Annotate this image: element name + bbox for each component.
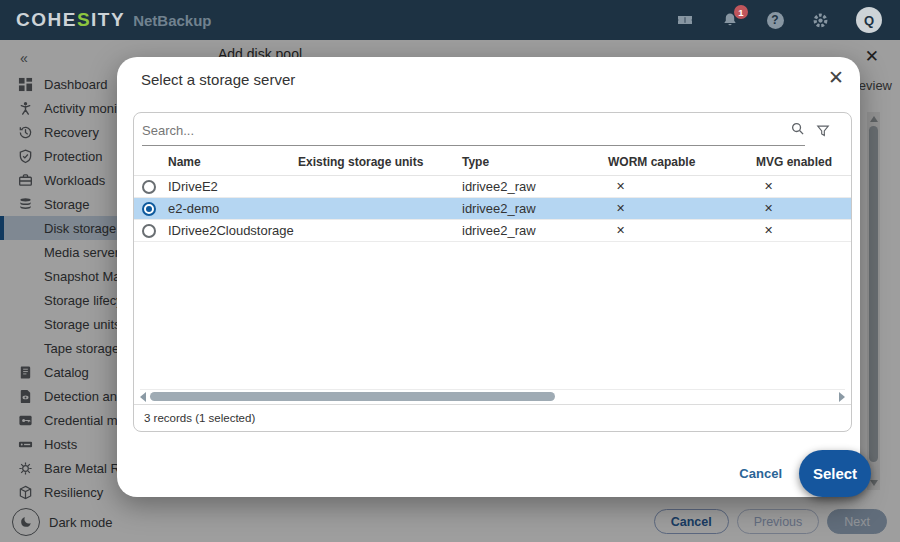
dialog-cancel-button[interactable]: Cancel	[724, 460, 797, 487]
license-icon[interactable]	[676, 11, 694, 29]
column-header-type: Type	[458, 155, 608, 169]
radio-button[interactable]	[142, 224, 156, 238]
cell-name: e2-demo	[168, 201, 298, 216]
cell-name: IDrivee2Cloudstorage	[168, 223, 298, 238]
horizontal-scrollbar[interactable]	[140, 389, 845, 403]
column-header-mvg-enabled: MVG enabled	[756, 155, 851, 169]
column-header-name: Name	[168, 155, 298, 169]
brand-logo: COHESITY NetBackup	[16, 9, 212, 31]
notifications-bell-icon[interactable]: 1	[721, 11, 739, 29]
column-header-existing-storage-units: Existing storage units	[298, 155, 458, 169]
dialog-close-icon[interactable]: ✕	[828, 68, 844, 87]
cell-name: IDriveE2	[168, 179, 298, 194]
records-summary: 3 records (1 selected)	[134, 404, 851, 431]
select-storage-server-dialog: Select a storage server ✕ Name Existing …	[117, 57, 860, 497]
radio-button[interactable]	[142, 180, 156, 194]
cell-mvg-enabled: ✕	[756, 202, 851, 215]
cohesity-logo: COHESITY	[16, 9, 125, 31]
horizontal-scrollbar-thumb[interactable]	[150, 392, 555, 401]
scroll-right-icon[interactable]	[839, 392, 845, 402]
cell-mvg-enabled: ✕	[756, 180, 851, 193]
help-icon[interactable]: ?	[766, 11, 784, 29]
storage-server-table-card: Name Existing storage units Type WORM ca…	[133, 112, 852, 432]
topbar-icons: 1 ? Q	[676, 7, 882, 33]
notification-badge: 1	[734, 5, 748, 19]
dialog-footer: Cancel Select	[724, 450, 871, 497]
app-window: COHESITY NetBackup 1 ? Q « Dashboard	[0, 0, 900, 542]
top-bar: COHESITY NetBackup 1 ? Q	[0, 0, 900, 40]
dialog-select-button[interactable]: Select	[799, 450, 871, 497]
filter-icon[interactable]	[805, 124, 841, 138]
table-row[interactable]: e2-demo idrivee2_raw ✕ ✕	[134, 198, 851, 220]
cell-type: idrivee2_raw	[458, 223, 608, 238]
user-avatar[interactable]: Q	[856, 7, 882, 33]
cell-worm-capable: ✕	[608, 202, 756, 215]
search-icon[interactable]	[790, 121, 805, 140]
cell-type: idrivee2_raw	[458, 201, 608, 216]
dialog-title: Select a storage server	[141, 71, 295, 88]
search-field	[142, 116, 805, 146]
cell-type: idrivee2_raw	[458, 179, 608, 194]
radio-button[interactable]	[142, 202, 156, 216]
table-row[interactable]: IDrivee2Cloudstorage idrivee2_raw ✕ ✕	[134, 220, 851, 242]
cell-worm-capable: ✕	[608, 224, 756, 237]
table-header-row: Name Existing storage units Type WORM ca…	[134, 149, 851, 176]
settings-gear-icon[interactable]	[811, 11, 829, 29]
cell-mvg-enabled: ✕	[756, 224, 851, 237]
scroll-left-icon[interactable]	[140, 392, 146, 402]
search-input[interactable]	[142, 123, 790, 138]
search-row	[134, 113, 851, 149]
product-name: NetBackup	[133, 12, 211, 29]
cell-worm-capable: ✕	[608, 180, 756, 193]
column-header-worm-capable: WORM capable	[608, 155, 756, 169]
table-row[interactable]: IDriveE2 idrivee2_raw ✕ ✕	[134, 176, 851, 198]
